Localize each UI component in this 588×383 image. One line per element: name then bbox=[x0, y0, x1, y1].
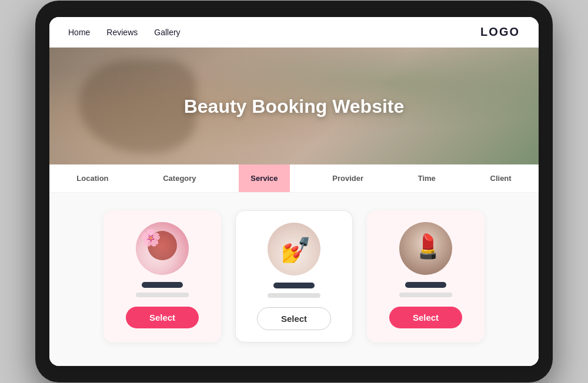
card-image-3 bbox=[399, 222, 452, 275]
tab-provider[interactable]: Provider bbox=[320, 164, 375, 192]
card-subtitle-bar-2 bbox=[268, 293, 320, 298]
tab-client[interactable]: Client bbox=[479, 164, 523, 192]
nav-links: Home Reviews Gallery bbox=[68, 28, 181, 37]
cards-section: Select Select Select bbox=[49, 193, 539, 366]
card-image-1 bbox=[136, 222, 189, 275]
select-button-2[interactable]: Select bbox=[257, 307, 331, 330]
card-title-bar-3 bbox=[405, 282, 446, 288]
select-button-3[interactable]: Select bbox=[389, 307, 462, 328]
device-frame: Home Reviews Gallery LOGO Beauty Booking… bbox=[35, 1, 553, 382]
step-tabs: Location Category Service Provider Time … bbox=[49, 164, 539, 193]
tab-location[interactable]: Location bbox=[65, 164, 120, 192]
nav-link-reviews[interactable]: Reviews bbox=[106, 28, 138, 37]
service-card-2: Select bbox=[235, 210, 353, 342]
card-subtitle-bar-3 bbox=[399, 293, 452, 297]
card-subtitle-bar-1 bbox=[136, 293, 189, 297]
hero-section: Beauty Booking Website bbox=[49, 48, 539, 165]
tab-service[interactable]: Service bbox=[239, 164, 289, 192]
tab-time[interactable]: Time bbox=[406, 164, 447, 192]
hero-title: Beauty Booking Website bbox=[184, 96, 405, 117]
card-title-bar-2 bbox=[273, 283, 315, 288]
select-button-1[interactable]: Select bbox=[126, 307, 199, 328]
nav-bar: Home Reviews Gallery LOGO bbox=[49, 17, 539, 48]
nav-link-home[interactable]: Home bbox=[68, 28, 90, 37]
tab-category[interactable]: Category bbox=[151, 164, 208, 192]
nav-logo: LOGO bbox=[480, 25, 520, 39]
card-image-2 bbox=[268, 223, 320, 276]
nav-link-gallery[interactable]: Gallery bbox=[154, 28, 180, 37]
browser-window: Home Reviews Gallery LOGO Beauty Booking… bbox=[49, 17, 539, 366]
card-title-bar-1 bbox=[142, 282, 183, 288]
service-card-1: Select bbox=[103, 210, 221, 342]
service-card-3: Select bbox=[367, 210, 485, 342]
